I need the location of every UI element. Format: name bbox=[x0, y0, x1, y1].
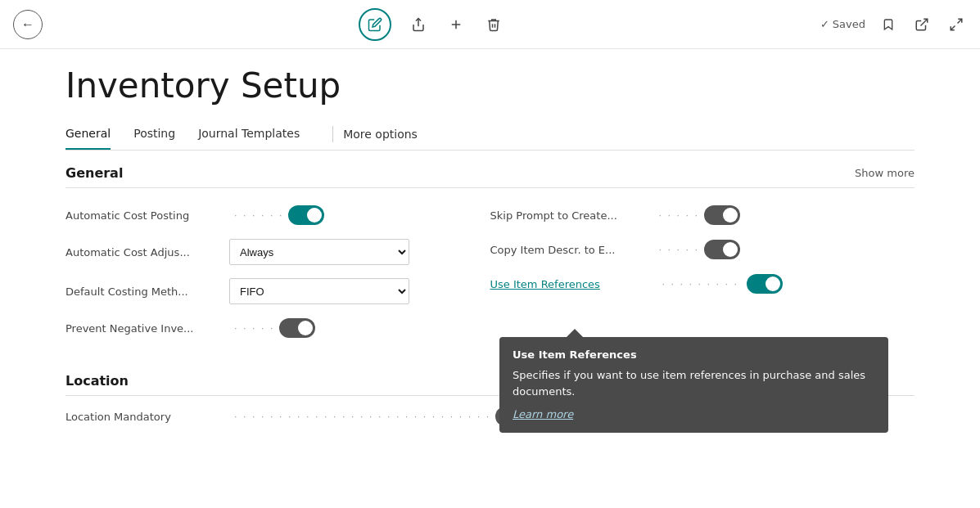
delete-button[interactable] bbox=[483, 14, 504, 35]
tabs-bar: General Posting Journal Templates More o… bbox=[65, 119, 915, 151]
use-item-references-row: Use Item References · · · · · · · · · bbox=[490, 267, 915, 301]
bookmark-icon bbox=[882, 17, 895, 32]
prevent-negative-inve-toggle[interactable] bbox=[279, 318, 315, 338]
copy-item-descr-row: Copy Item Descr. to E... · · · · · bbox=[490, 232, 915, 267]
general-section-title: General bbox=[65, 165, 123, 181]
general-section: General Show more Automatic Cost Posting… bbox=[65, 151, 915, 345]
add-icon bbox=[449, 17, 463, 32]
skip-prompt-row: Skip Prompt to Create... · · · · · bbox=[490, 198, 915, 232]
share-button[interactable] bbox=[408, 14, 429, 35]
toolbar: ← bbox=[0, 0, 980, 49]
delete-icon bbox=[486, 17, 501, 32]
default-costing-method-row: Default Costing Meth... FIFO LIFO Averag… bbox=[65, 272, 490, 311]
toolbar-center bbox=[43, 8, 820, 41]
back-button[interactable]: ← bbox=[13, 10, 43, 39]
tab-separator bbox=[332, 126, 333, 142]
skip-prompt-label: Skip Prompt to Create... bbox=[490, 209, 654, 222]
left-column: Automatic Cost Posting · · · · · · Autom… bbox=[65, 198, 490, 345]
prevent-negative-inve-label: Prevent Negative Inve... bbox=[65, 322, 229, 335]
toolbar-left: ← bbox=[13, 10, 43, 39]
back-icon: ← bbox=[21, 17, 34, 32]
saved-indicator: ✓ Saved bbox=[820, 18, 865, 30]
use-item-references-field: Use Item References · · · · · · · · · bbox=[490, 274, 783, 294]
automatic-cost-posting-label: Automatic Cost Posting bbox=[65, 209, 229, 222]
expand-button[interactable] bbox=[946, 14, 967, 35]
tooltip-arrow bbox=[567, 329, 583, 337]
tab-general[interactable]: General bbox=[65, 119, 111, 150]
checkmark-icon: ✓ bbox=[820, 18, 829, 30]
general-section-header: General Show more bbox=[65, 151, 915, 188]
edit-icon bbox=[368, 17, 382, 32]
saved-label: Saved bbox=[833, 18, 865, 30]
tooltip-learn-more[interactable]: Learn more bbox=[513, 408, 573, 420]
automatic-cost-adjust-row: Automatic Cost Adjus... Always Never Day… bbox=[65, 232, 490, 272]
expand-icon bbox=[949, 17, 964, 32]
tooltip-body: Specifies if you want to use item refere… bbox=[513, 367, 875, 399]
prevent-negative-inve-row: Prevent Negative Inve... · · · · · bbox=[65, 311, 490, 345]
add-button[interactable] bbox=[445, 14, 467, 35]
tab-more-options[interactable]: More options bbox=[343, 128, 418, 141]
svg-line-5 bbox=[951, 25, 955, 29]
automatic-cost-adjust-select[interactable]: Always Never Day Week Month Quarter Year bbox=[229, 239, 409, 265]
use-item-references-label[interactable]: Use Item References bbox=[490, 278, 654, 290]
location-section-title: Location bbox=[65, 373, 129, 389]
location-mandatory-dots: · · · · · · · · · · · · · · · · · · · · … bbox=[234, 411, 490, 422]
bookmark-button[interactable] bbox=[878, 14, 898, 35]
fields-grid: Automatic Cost Posting · · · · · · Autom… bbox=[65, 191, 915, 345]
page-title: Inventory Setup bbox=[65, 65, 915, 106]
location-mandatory-label: Location Mandatory bbox=[65, 411, 229, 423]
automatic-cost-adjust-label: Automatic Cost Adjus... bbox=[65, 246, 229, 258]
open-external-icon bbox=[915, 17, 929, 32]
tooltip-container: Use Item References Specifies if you wan… bbox=[499, 337, 888, 433]
copy-item-descr-toggle[interactable] bbox=[704, 240, 740, 259]
copy-item-descr-label: Copy Item Descr. to E... bbox=[490, 244, 654, 256]
automatic-cost-posting-toggle[interactable] bbox=[288, 205, 324, 225]
svg-line-4 bbox=[958, 19, 962, 23]
edit-button[interactable] bbox=[359, 8, 391, 41]
tab-journal-templates[interactable]: Journal Templates bbox=[198, 119, 300, 150]
automatic-cost-posting-row: Automatic Cost Posting · · · · · · bbox=[65, 198, 490, 232]
open-external-button[interactable] bbox=[911, 14, 933, 35]
svg-line-3 bbox=[921, 19, 928, 25]
share-icon bbox=[411, 17, 426, 32]
tab-posting[interactable]: Posting bbox=[133, 119, 175, 150]
use-item-references-toggle[interactable] bbox=[747, 274, 783, 294]
skip-prompt-toggle[interactable] bbox=[704, 205, 740, 225]
default-costing-method-select[interactable]: FIFO LIFO Average Standard Specific bbox=[229, 278, 409, 304]
right-column: Skip Prompt to Create... · · · · · Copy … bbox=[490, 198, 915, 345]
tooltip-title: Use Item References bbox=[513, 348, 875, 361]
toolbar-right: ✓ Saved bbox=[820, 14, 967, 35]
default-costing-method-label: Default Costing Meth... bbox=[65, 285, 229, 298]
show-more-link[interactable]: Show more bbox=[855, 167, 915, 179]
